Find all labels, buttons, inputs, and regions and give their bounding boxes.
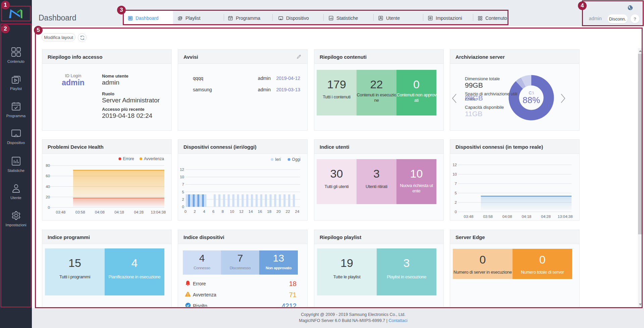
globe-language-icon[interactable] [628, 5, 633, 10]
scrollbar-thumb[interactable] [638, 54, 643, 234]
tile-all-schedules[interactable]: 15 Tutti i programmi [45, 248, 105, 295]
tab-statistiche[interactable]: Statistiche [324, 11, 374, 24]
notice-date[interactable]: 2019-03-13 [276, 87, 300, 92]
svg-text:88%: 88% [523, 95, 540, 105]
svg-text:04:08: 04:08 [502, 215, 512, 219]
tile-unapproved-contents[interactable]: 0 Contenuti non approvati [396, 70, 436, 115]
contact-us-link[interactable]: Contattaci [388, 318, 407, 323]
tab-utente[interactable]: Utente [374, 11, 423, 24]
schedule-tab-icon [228, 16, 233, 20]
tile-all-contents[interactable]: 179 Tutti i contenuti [317, 70, 357, 115]
svg-text:03:58: 03:58 [75, 210, 85, 214]
sidebar-item-statistiche[interactable]: Statistiche [0, 156, 32, 173]
edit-pencil-icon[interactable] [297, 54, 301, 59]
status-row-resolved[interactable]: Risolto 4212 [178, 302, 307, 307]
tile-disconnected[interactable]: 7 Disconnesso [221, 250, 259, 275]
tile-all-users[interactable]: 30 Tutti gli utenti [317, 159, 357, 204]
svg-text:03:48: 03:48 [464, 215, 474, 219]
tile-withdrawn-users[interactable]: 3 Utenti ritirati [357, 159, 396, 204]
card-body: 02571012024681012141618202224OggiIeri [178, 154, 307, 221]
storage-free: Capacità disponibile 11GB [465, 105, 504, 118]
tile-label: Non approvato [259, 265, 298, 271]
card-title: Indice dispositivi [183, 234, 224, 240]
svg-text:12: 12 [180, 168, 184, 172]
sidebar-item-playlist[interactable]: Playlist [0, 74, 32, 91]
status-row-error[interactable]: Errore 18 [178, 280, 307, 288]
card-edge-server: Server Edge 0 Numero di server in esecuz… [450, 230, 580, 307]
storage-prev-icon[interactable] [451, 93, 458, 104]
tile-unapproved-devices[interactable]: 13 Non approvato [259, 250, 298, 275]
tile-label: Playlist in esecuzione [377, 274, 436, 280]
svg-text:8: 8 [222, 209, 224, 214]
card-connected-rt: Dispositivi connessi (in tempo reale) 02… [450, 139, 580, 221]
tile-value: 13 [259, 252, 298, 264]
tile-value: 15 [45, 256, 105, 270]
tile-running-schedules[interactable]: 4 Pianificazione in esecuzione [105, 248, 164, 295]
warning-triangle-icon [185, 291, 191, 297]
footer: Copyright @ 2009 - 2019 Samsung Electron… [32, 308, 644, 328]
svg-text:20: 20 [46, 195, 50, 199]
login-field: Accesso più recente 2019-04-18 02:24 [102, 107, 152, 120]
status-row-warning[interactable]: Avvertenza 71 [178, 291, 307, 299]
svg-text:60: 60 [46, 174, 50, 178]
main-content: Modifica layout Riepilogo info accesso I… [32, 26, 644, 308]
status-value: 71 [289, 291, 297, 299]
scroll-down-arrow[interactable] [639, 303, 642, 306]
svg-text:2: 2 [182, 197, 184, 201]
svg-text:5: 5 [182, 190, 184, 194]
svg-text:Avvertenza: Avvertenza [144, 156, 164, 161]
tile-running-playlists[interactable]: 3 Playlist in esecuzione [377, 248, 436, 295]
tile-new-user-requests[interactable]: 10 Nuova richiesta utente [396, 159, 436, 204]
tile-connected[interactable]: 4 Connesso [183, 250, 221, 275]
card-title: Indice programmi [48, 234, 90, 240]
page-title: Dashboard [39, 13, 76, 22]
disconnect-button[interactable]: Disconn. [607, 14, 628, 23]
vertical-scrollbar[interactable] [638, 48, 643, 308]
tile-all-playlists[interactable]: 19 Tutte le playlist [317, 248, 377, 295]
tile-total-edge-servers[interactable]: 0 Numero totale di server [513, 249, 572, 279]
storage-next-icon[interactable] [560, 93, 567, 104]
sidebar-item-programma[interactable]: Programma [0, 101, 32, 118]
help-button[interactable]: ? [631, 14, 639, 23]
storage-total-label: Dimensione totale [465, 76, 500, 81]
card-title: Riepilogo playlist [320, 234, 361, 240]
tab-dashboard[interactable]: Dashboard [123, 11, 173, 24]
tile-running-contents[interactable]: 22 Contenuti in esecuzione [357, 70, 396, 115]
card-body: 19 Tutte le playlist 3 Playlist in esecu… [314, 244, 443, 307]
content-grid-icon [11, 47, 21, 57]
tab-programma[interactable]: Programma [223, 11, 274, 24]
card-body: 15 Tutti i programmi 4 Pianificazione in… [42, 244, 171, 307]
card-title: Riepilogo info accesso [48, 54, 102, 60]
notice-row[interactable]: samsung admin 2019-03-13 [178, 87, 307, 94]
card-user-summary: Indice utenti 30 Tutti gli utenti 3 Uten… [314, 139, 444, 221]
tile-value: 3 [357, 167, 396, 180]
tile-running-edge-servers[interactable]: 0 Numero di server in esecuzione [453, 249, 513, 279]
footer-version: MagicINFO Server 6.0 Build NA-MIIPS-6999… [219, 318, 487, 323]
device-tab-icon [278, 16, 283, 20]
resolved-check-icon [185, 302, 191, 307]
tab-impostazioni[interactable]: Impostazioni [423, 11, 473, 24]
card-header: Indice dispositivi [178, 230, 307, 244]
tab-playlist[interactable]: Playlist [173, 11, 223, 24]
dashboard-widgets: Riepilogo info accesso ID Login admin No… [32, 30, 644, 307]
tile-label: Utenti ritirati [357, 184, 396, 189]
sidebar-item-dispositivo[interactable]: Dispositivo [0, 129, 32, 145]
tile-value: 0 [453, 253, 513, 266]
tile-label: Tutte le playlist [317, 274, 377, 280]
sidebar-item-contenuto[interactable]: Contenuto [0, 47, 32, 63]
storage-total: Dimensione totale 99GB [465, 76, 500, 89]
sidebar-item-impostazioni[interactable]: Impostazioni [0, 210, 32, 227]
sidebar-item-utente[interactable]: Utente [0, 183, 32, 200]
footer-version-text: MagicINFO Server 6.0 Build NA-MIIPS-6999… [299, 318, 388, 323]
notice-date[interactable]: 2019-04-12 [276, 76, 300, 81]
svg-text:0: 0 [48, 205, 50, 209]
notice-row[interactable]: qqqq admin 2019-04-12 [178, 76, 307, 82]
tab-contenuto[interactable]: Contenuto [473, 11, 508, 24]
magicinfo-logo[interactable] [9, 9, 23, 19]
svg-text:18: 18 [267, 209, 271, 214]
svg-text:14: 14 [249, 209, 253, 214]
scroll-up-arrow[interactable] [639, 50, 642, 52]
card-title: Dispositivi connessi (ieri/oggi) [183, 144, 257, 150]
tab-dispositivo[interactable]: Dispositivo [274, 11, 324, 24]
field-label: Accesso più recente [102, 107, 152, 112]
